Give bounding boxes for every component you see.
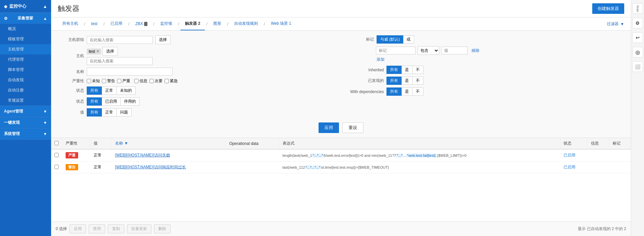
severity-critical-checkbox[interactable] bbox=[165, 79, 169, 83]
status1-all-btn[interactable]: 所有 bbox=[87, 86, 102, 95]
tab-monitors[interactable]: 监控项 bbox=[156, 17, 177, 30]
severity-info-checkbox[interactable] bbox=[134, 79, 138, 83]
sidebar-item-settings[interactable]: 常规设置 bbox=[0, 95, 51, 106]
inherited-toggle: 所有 是 不 bbox=[386, 66, 423, 74]
bottom-copy-btn[interactable]: 复制 bbox=[108, 224, 124, 233]
sidebar-item-overview[interactable]: 概况 bbox=[0, 24, 51, 34]
sidebar-section-onediscover-header[interactable]: 一键发现 ▼ bbox=[0, 117, 51, 128]
severity-high-checkbox[interactable] bbox=[117, 79, 121, 83]
col-name[interactable]: 名称 ▼ bbox=[112, 138, 226, 149]
sidebar-item-autoregister[interactable]: 自动注册 bbox=[0, 85, 51, 95]
filter-toggle[interactable]: 过滤器 ▼ bbox=[607, 21, 624, 27]
value-problem-btn[interactable]: 问题 bbox=[116, 108, 132, 117]
select-all-checkbox[interactable] bbox=[54, 141, 59, 145]
value-all-btn[interactable]: 所有 bbox=[87, 108, 102, 117]
settings-icon-btn[interactable]: ⚙ bbox=[632, 18, 643, 28]
withdep-no-btn[interactable]: 不 bbox=[412, 87, 423, 96]
discovered-yes-btn[interactable]: 是 bbox=[401, 77, 413, 85]
tab-web-scenarios[interactable]: Web 场景 1 bbox=[266, 17, 296, 30]
severity-checkboxes: 未知 警告 严重 信息 次要 紧急 bbox=[87, 78, 178, 84]
sidebar-item-overview-label: 概况 bbox=[8, 26, 16, 31]
row1-expression: length(last(/web_1*...*...*6/web.test.er… bbox=[279, 149, 560, 161]
inherited-yes-btn[interactable]: 是 bbox=[401, 66, 413, 74]
bottom-batch-update-btn[interactable]: 批量更新 bbox=[127, 224, 151, 233]
onediscover-label: 一键发现 bbox=[4, 120, 20, 125]
host-input[interactable] bbox=[87, 57, 153, 65]
back-icon-btn[interactable]: ↩ bbox=[632, 32, 643, 43]
status2-enabled-btn[interactable]: 已启用 bbox=[102, 97, 121, 106]
value-normal-btn[interactable]: 正常 bbox=[102, 108, 117, 117]
severity-unknown[interactable]: 未知 bbox=[87, 78, 100, 84]
sidebar-item-proxy[interactable]: 代理管理 bbox=[0, 54, 51, 65]
discovered-no-btn[interactable]: 不 bbox=[412, 77, 423, 85]
chrome-icon-btn[interactable]: ◎ bbox=[632, 47, 643, 57]
host-group-select-button[interactable]: 选择 bbox=[155, 35, 170, 44]
sidebar-item-host[interactable]: 主机管理 bbox=[0, 44, 51, 54]
sidebar-section-onediscover: 一键发现 ▼ bbox=[0, 117, 51, 128]
filter-reset-button[interactable]: 重设 bbox=[342, 122, 363, 133]
inherited-no-btn[interactable]: 不 bbox=[412, 66, 423, 74]
severity-warning[interactable]: 警告 bbox=[102, 78, 115, 84]
create-trigger-button[interactable]: 创建触发器 bbox=[592, 3, 624, 14]
sidebar-header[interactable]: ◈ 监控中心 ▲ bbox=[0, 0, 51, 13]
tag-remove-link[interactable]: 移除 bbox=[472, 48, 479, 53]
filter-host-group-row: 主机群组 选择 bbox=[58, 35, 334, 44]
tag-add-link[interactable]: 添加 bbox=[377, 57, 384, 62]
severity-minor[interactable]: 次要 bbox=[149, 78, 163, 84]
tab-enabled[interactable]: 已启用 bbox=[106, 17, 127, 30]
status1-unknown-btn[interactable]: 未知的 bbox=[116, 86, 136, 95]
filter-icon: ▼ bbox=[620, 22, 624, 26]
severity-info[interactable]: 信息 bbox=[134, 78, 147, 84]
sidebar-section-sysadmin-header[interactable]: 系统管理 ▼ bbox=[0, 128, 51, 139]
bottom-apply-btn[interactable]: 应用 bbox=[70, 224, 86, 233]
inherited-all-btn[interactable]: 所有 bbox=[386, 66, 402, 74]
tab-zbx[interactable]: ZBX bbox=[131, 18, 152, 30]
tab-test[interactable]: test bbox=[86, 18, 102, 30]
withdep-all-btn[interactable]: 所有 bbox=[386, 87, 402, 96]
host-select-button[interactable]: 选择 bbox=[103, 47, 118, 56]
tag-logic-or-btn[interactable]: 或 bbox=[403, 35, 414, 44]
severity-minor-checkbox[interactable] bbox=[149, 79, 154, 83]
gear-icon: ⚙ bbox=[635, 20, 640, 26]
row1-name-link[interactable]: [WEB][{HOST.NAME}]访问失败 bbox=[115, 153, 170, 157]
row1-checkbox[interactable] bbox=[54, 153, 59, 157]
host-group-input[interactable] bbox=[87, 36, 153, 44]
window-icon-btn[interactable]: ⬜ bbox=[632, 61, 643, 72]
tag-operator-select[interactable]: 包含 等于 不包含 bbox=[417, 46, 439, 55]
tag-logic-and-btn[interactable]: 与威 (默认) bbox=[377, 35, 403, 44]
sidebar-section-sysadmin: 系统管理 ▼ bbox=[0, 128, 51, 140]
status2-all-btn[interactable]: 所有 bbox=[87, 97, 102, 106]
sidebar-section-collector-header[interactable]: ⚙ 采集管家 ▲ bbox=[0, 13, 51, 24]
name-input[interactable] bbox=[87, 68, 172, 76]
tab-autodiscover-rules[interactable]: 自动发现规则 bbox=[230, 17, 262, 30]
filter-apply-button[interactable]: 应用 bbox=[319, 122, 339, 133]
tab-sep-7: / bbox=[226, 18, 230, 30]
sidebar-item-template[interactable]: 模板管理 bbox=[0, 34, 51, 44]
filter-section: 主机群组 选择 主机 test ✕ 选择 bbox=[51, 31, 631, 138]
col-severity: 严重性 bbox=[62, 138, 90, 149]
sidebar-item-proxy-label: 代理管理 bbox=[8, 57, 24, 62]
status1-normal-btn[interactable]: 正常 bbox=[102, 86, 117, 95]
row2-name-link[interactable]: [WEB][{HOST.NAME}]访问响应时间过长 bbox=[115, 165, 186, 169]
tab-all-hosts[interactable]: 所有主机 bbox=[58, 17, 83, 30]
tag-name-input[interactable] bbox=[376, 47, 415, 54]
bottom-delete-btn[interactable]: 删除 bbox=[154, 224, 170, 233]
table-row: 严重 正常 [WEB][{HOST.NAME}]访问失败 length(last… bbox=[51, 149, 631, 161]
tab-graphs[interactable]: 图形 bbox=[209, 17, 226, 30]
severity-unknown-checkbox[interactable] bbox=[87, 79, 91, 83]
tag-value-input[interactable] bbox=[441, 47, 468, 54]
sidebar-item-autodiscover[interactable]: 自动发现 bbox=[0, 75, 51, 85]
status2-disabled-btn[interactable]: 停用的 bbox=[120, 97, 139, 106]
host-tag-remove[interactable]: ✕ bbox=[96, 49, 99, 53]
sidebar-item-script[interactable]: 脚本管理 bbox=[0, 65, 51, 75]
tab-triggers[interactable]: 触发器 2 bbox=[180, 17, 205, 30]
discovered-all-btn[interactable]: 所有 bbox=[386, 77, 402, 85]
scan-icon-btn[interactable]: Scan bbox=[632, 3, 643, 14]
row2-checkbox[interactable] bbox=[54, 165, 59, 169]
severity-warning-checkbox[interactable] bbox=[102, 79, 106, 83]
severity-high[interactable]: 严重 bbox=[117, 78, 130, 84]
sidebar-section-agent-header[interactable]: Agent管理 ▼ bbox=[0, 106, 51, 117]
withdep-yes-btn[interactable]: 是 bbox=[401, 87, 413, 96]
bottom-disable-btn[interactable]: 禁用 bbox=[89, 224, 105, 233]
severity-critical[interactable]: 紧急 bbox=[165, 78, 178, 84]
